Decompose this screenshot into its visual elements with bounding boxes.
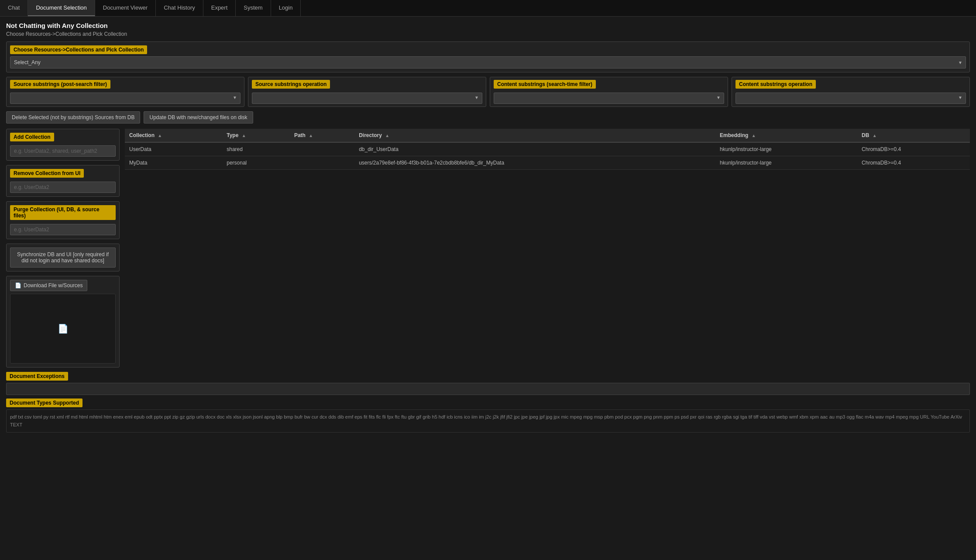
content-substrings-label: Content substrings (search-time filter) (494, 80, 596, 89)
sort-arrow-collection: ▲ (158, 133, 162, 138)
content-substrings-filter: Content substrings (search-time filter) (490, 77, 728, 107)
col-header-embedding[interactable]: Embedding ▲ (715, 129, 857, 142)
cell-type: shared (222, 142, 290, 156)
collections-table: Collection ▲ Type ▲ Path ▲ Directory (125, 129, 970, 170)
page-subtitle: Choose Resources->Collections and Pick C… (6, 31, 970, 37)
cell-collection: MyData (125, 156, 222, 170)
purge-collection-label: Purge Collection (UI, DB, & source files… (10, 205, 116, 220)
cell-path (290, 156, 354, 170)
document-types-label: Document Types Supported (6, 399, 82, 407)
sort-arrow-embedding: ▲ (752, 133, 756, 138)
delete-selected-button[interactable]: Delete Selected (not by substrings) Sour… (6, 111, 140, 124)
source-operation-filter: Source substrings operation (248, 77, 486, 107)
remove-collection-label: Remove Collection from UI (10, 169, 84, 178)
sync-section: Synchronize DB and UI [only required if … (6, 244, 120, 271)
file-icon: 📄 (58, 323, 69, 334)
source-operation-select[interactable] (252, 93, 482, 104)
source-operation-label: Source substrings operation (252, 80, 330, 89)
table-row[interactable]: MyDatapersonalusers/2a79e8ef-bf86-4f3b-b… (125, 156, 970, 170)
cell-directory: users/2a79e8ef-bf86-4f3b-b01a-7e2cbdb8bf… (354, 156, 715, 170)
sync-button[interactable]: Synchronize DB and UI [only required if … (10, 247, 116, 268)
sort-arrow-directory: ▲ (385, 133, 389, 138)
cell-type: personal (222, 156, 290, 170)
collection-select[interactable]: Select_Any (10, 56, 966, 69)
table-header-row: Collection ▲ Type ▲ Path ▲ Directory (125, 129, 970, 142)
file-drop-area: 📄 (10, 294, 116, 364)
remove-collection-section: Remove Collection from UI (6, 165, 120, 197)
download-button[interactable]: 📄 Download File w/Sources (10, 280, 87, 291)
left-panel: Add Collection Remove Collection from UI… (6, 129, 120, 368)
main-content: Not Chatting with Any Collection Choose … (0, 17, 976, 441)
resources-section: Choose Resources->Collections and Pick C… (6, 41, 970, 72)
two-col-layout: Add Collection Remove Collection from UI… (6, 129, 970, 368)
add-collection-section: Add Collection (6, 129, 120, 161)
cell-path (290, 142, 354, 156)
cell-collection: UserData (125, 142, 222, 156)
document-types-section: Document Types Supported pdf txt csv tom… (6, 399, 970, 433)
cell-embedding: hkunlp/instructor-large (715, 156, 857, 170)
download-button-label: Download File w/Sources (24, 282, 82, 289)
col-header-collection[interactable]: Collection ▲ (125, 129, 222, 142)
purge-collection-input[interactable] (10, 224, 116, 235)
content-substrings-select-wrap (494, 91, 724, 104)
source-substrings-label: Source substrings (post-search filter) (10, 80, 110, 89)
content-operation-select[interactable] (735, 93, 966, 104)
resources-label: Choose Resources->Collections and Pick C… (10, 45, 147, 54)
col-header-directory[interactable]: Directory ▲ (354, 129, 715, 142)
remove-collection-input[interactable] (10, 182, 116, 193)
col-header-db[interactable]: DB ▲ (857, 129, 970, 142)
document-exceptions-label: Document Exceptions (6, 372, 68, 381)
col-header-type[interactable]: Type ▲ (222, 129, 290, 142)
sort-arrow-path: ▲ (309, 133, 313, 138)
tab-document-viewer[interactable]: Document Viewer (95, 0, 156, 16)
collection-select-wrapper: Select_Any (10, 56, 966, 69)
source-substrings-filter: Source substrings (post-search filter) (6, 77, 244, 107)
download-icon: 📄 (15, 282, 21, 289)
table-body: UserDatashareddb_dir_UserDatahkunlp/inst… (125, 142, 970, 170)
filter-row: Source substrings (post-search filter) S… (6, 77, 970, 107)
source-operation-select-wrap (252, 91, 482, 104)
col-header-path[interactable]: Path ▲ (290, 129, 354, 142)
purge-collection-section: Purge Collection (UI, DB, & source files… (6, 201, 120, 239)
right-panel: Collection ▲ Type ▲ Path ▲ Directory (125, 129, 970, 368)
action-buttons-row: Delete Selected (not by substrings) Sour… (6, 111, 970, 124)
tab-chat[interactable]: Chat (0, 0, 28, 16)
exceptions-box (6, 383, 970, 395)
download-section: 📄 Download File w/Sources 📄 (6, 276, 120, 368)
cell-db: ChromaDB>=0.4 (857, 142, 970, 156)
table-header: Collection ▲ Type ▲ Path ▲ Directory (125, 129, 970, 142)
cell-directory: db_dir_UserData (354, 142, 715, 156)
tab-document-selection[interactable]: Document Selection (28, 0, 95, 16)
sort-arrow-type: ▲ (242, 133, 246, 138)
document-types-box: pdf txt csv toml py rst xml rtf md html … (6, 409, 970, 433)
update-db-button[interactable]: Update DB with new/changed files on disk (144, 111, 253, 124)
add-collection-input[interactable] (10, 145, 116, 157)
tab-login[interactable]: Login (271, 0, 301, 16)
tab-expert[interactable]: Expert (203, 0, 236, 16)
content-operation-select-wrap (735, 91, 966, 104)
source-substrings-select[interactable] (10, 93, 241, 104)
content-substrings-select[interactable] (494, 93, 724, 104)
source-substrings-select-wrap (10, 91, 241, 104)
document-exceptions-section: Document Exceptions (6, 372, 970, 395)
tab-system[interactable]: System (236, 0, 271, 16)
content-operation-filter: Content substrings operation (732, 77, 970, 107)
table-row[interactable]: UserDatashareddb_dir_UserDatahkunlp/inst… (125, 142, 970, 156)
cell-db: ChromaDB>=0.4 (857, 156, 970, 170)
content-operation-label: Content substrings operation (735, 80, 816, 89)
page-title: Not Chatting with Any Collection (6, 22, 970, 29)
top-nav: Chat Document Selection Document Viewer … (0, 0, 976, 17)
tab-chat-history[interactable]: Chat History (156, 0, 203, 16)
cell-embedding: hkunlp/instructor-large (715, 142, 857, 156)
add-collection-label: Add Collection (10, 133, 54, 141)
sort-arrow-db: ▲ (873, 133, 877, 138)
